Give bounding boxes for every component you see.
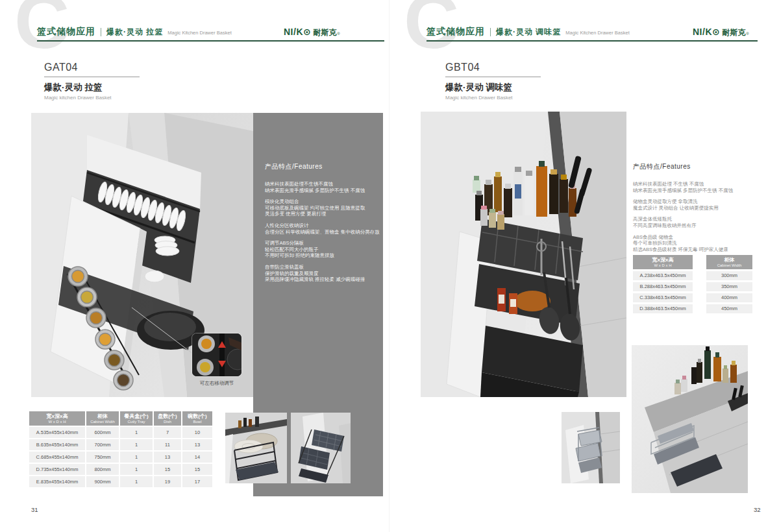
feature-line: 自带防尘滑轨盖板 xyxy=(265,264,377,271)
table-cell: 300mm xyxy=(706,271,752,280)
feature-line: 模块化灵动组合 xyxy=(265,199,377,205)
catalog-spread: C 篮式储物应用 爆款·灵动 拉篮 Magic Kitchen Drawer B… xyxy=(0,0,779,532)
table-header: 宽x深x高 W x D x H xyxy=(29,411,85,426)
table-cell: 800mm xyxy=(86,464,119,475)
table-header: 宽x深x高 W x D x H xyxy=(633,255,693,269)
feature-line: 轻松匹配不同大小的瓶子 xyxy=(265,247,377,253)
header-rule xyxy=(427,40,758,42)
table-cell: 350mm xyxy=(706,282,752,291)
feature-group: 人性化分区收纳设计 合理分区 科学收纳碗碟架、置物盒 集中收纳分类存放 xyxy=(265,223,377,235)
header-product-title: 爆款·灵动 拉篮 xyxy=(106,27,163,38)
table-cell: 750mm xyxy=(86,452,119,463)
table-cell: 13 xyxy=(182,439,212,450)
table-cell: 13 xyxy=(154,452,181,463)
features-title: 产品特点/Features xyxy=(633,162,760,171)
thumbnail-photo-two-tier-basket xyxy=(291,413,351,483)
model-name: 爆款·灵动 调味篮 xyxy=(445,82,541,93)
table-cell: B.288x463.5x450mm xyxy=(633,282,693,291)
page-right: C 篮式储物应用 爆款·灵动 调味篮 Magic Kitchen Drawer … xyxy=(390,0,779,532)
page-header: 篮式储物应用 爆款·灵动 调味篮 Magic Kitchen Drawer Ba… xyxy=(427,26,630,38)
table-cell: C.338x463.5x450mm xyxy=(633,293,693,302)
bottom-product-photo xyxy=(632,345,748,493)
table-header: 柜体 Cabinet Width xyxy=(86,411,119,426)
features-left: 产品特点/Features 纳米科技表面处理不生锈不腐蚀 纳米表面光滑手感细腻 … xyxy=(265,162,377,288)
table-cell: 1 xyxy=(120,452,153,463)
table-cell: 10 xyxy=(182,427,212,438)
table-cell: 19 xyxy=(154,476,181,487)
feature-line: 纳米科技表面处理不生锈不腐蚀 xyxy=(265,181,377,187)
feature-line: 魔盒式设计 灵动组合 让收纳更便捷实用 xyxy=(633,205,760,212)
table-cell: B.635x455x140mm xyxy=(29,439,85,450)
feature-line: 可移动底板及碗碟架 均可独立使用 且随意提取 xyxy=(265,205,377,212)
model-name-en: Magic kitchen Drawer Basket xyxy=(445,95,541,101)
table-header: 盘数(个) Dish xyxy=(154,411,181,426)
table-header: 餐具盒(个) Cutly Tray xyxy=(120,411,153,426)
detail-inset-photo xyxy=(192,333,241,376)
main-photo-illustration xyxy=(421,112,626,397)
brand-logo: NI/K⊙ 耐斯克 ® xyxy=(284,27,340,38)
model-code: GAT04 xyxy=(44,62,140,73)
feature-line: 合理分区 科学收纳碗碟架、置物盒 集中收纳分类存放 xyxy=(265,229,377,236)
feature-line: 人性化分区收纳设计 xyxy=(265,223,377,229)
table-cell: D.735x455x140mm xyxy=(29,464,85,475)
feature-line: 可调节ABS分隔板 xyxy=(265,240,377,247)
header-rule xyxy=(37,40,384,42)
feature-line: 灵活多变 使用方便 更易打理 xyxy=(265,211,377,217)
table-cell: 1 xyxy=(120,439,153,450)
header-divider xyxy=(101,28,101,36)
page-number: 31 xyxy=(31,506,38,513)
page-header: 篮式储物应用 爆款·灵动 拉篮 Magic Kitchen Drawer Bas… xyxy=(37,26,232,38)
model-rule xyxy=(445,77,541,77)
model-rule xyxy=(44,77,140,77)
feature-group: 纳米科技表面处理不生锈不腐蚀 纳米表面光滑手感细腻 多层防护不生锈 不腐蚀 xyxy=(265,181,377,193)
table-cell: 600mm xyxy=(86,427,119,438)
table-cell: 900mm xyxy=(86,476,119,487)
feature-line: 不用时可拆卸 拒绝约束随意摆放 xyxy=(265,252,377,259)
page-left: C 篮式储物应用 爆款·灵动 拉篮 Magic Kitchen Drawer B… xyxy=(0,0,390,532)
spec-table: 宽x深x高 W x D x H 柜体 Cabinet Width A.238x4… xyxy=(633,255,752,313)
feature-line: 每个可单独拆卸清洗 xyxy=(633,240,760,247)
brand-logo: NI/K⊙ 耐斯克 ® xyxy=(693,27,749,38)
table-cell: 7 xyxy=(154,427,181,438)
spec-table: 宽x深x高 W x D x H 柜体 Cabinet Width 餐具盒(个) … xyxy=(29,411,212,487)
feature-group: ABS食品级 储物盒 每个可单独拆卸清洗 精选ABS食品级材质 环保无毒 呵护家… xyxy=(633,234,760,253)
feature-line: 纳米科技表面处理 不生锈 不腐蚀 xyxy=(633,181,760,187)
page-number: 32 xyxy=(754,506,761,513)
page-gutter xyxy=(389,0,390,532)
table-header: 柜体 Cabinet Width xyxy=(706,255,752,269)
table-cell: 17 xyxy=(182,476,212,487)
brand-logo-cn: 耐斯克 xyxy=(722,27,745,38)
table-cell: 1 xyxy=(120,464,153,475)
table-cell: 450mm xyxy=(706,304,752,313)
thumbnail-photo-towel-basket xyxy=(225,413,287,483)
feature-line: ABS食品级 储物盒 xyxy=(633,234,760,241)
table-cell: D.388x463.5x450mm xyxy=(633,304,693,313)
features-right: 产品特点/Features 纳米科技表面处理 不生锈 不腐蚀 纳米表面光滑手感细… xyxy=(633,162,760,258)
brand-logo-reg: ® xyxy=(337,32,340,36)
table-cell: 1 xyxy=(120,427,153,438)
table-cell: C.685x455x140mm xyxy=(29,452,85,463)
table-cell: 15 xyxy=(154,464,181,475)
table-cell: A.535x455x140mm xyxy=(29,427,85,438)
header-product-title: 爆款·灵动 调味篮 xyxy=(496,27,561,38)
detail-inset-illustration xyxy=(192,333,241,376)
table-cell: 700mm xyxy=(86,439,119,450)
table-cell: 1 xyxy=(120,476,153,487)
table-cell: 14 xyxy=(182,452,212,463)
header-product-title-en: Magic Kitchen Drawer Basket xyxy=(167,30,231,36)
brand-logo-latin: NI/K⊙ xyxy=(284,27,311,37)
header-section-title: 篮式储物应用 xyxy=(37,26,95,38)
feature-line: 不同高度调味瓶收纳井然有序 xyxy=(633,223,760,229)
feature-line: 保护滑轨的载重及顺滑度 xyxy=(265,271,377,277)
model-block: GBT04 爆款·灵动 调味篮 Magic kitchen Drawer Bas… xyxy=(445,62,541,101)
feature-line: 储物盒灵动提取方便 拿取清洗 xyxy=(633,199,760,205)
feature-group: 纳米科技表面处理 不生锈 不腐蚀 纳米表面光滑手感细腻 多层防护不生锈 不腐蚀 xyxy=(633,181,760,193)
header-product-title-en: Magic Kitchen Drawer Basket xyxy=(565,30,629,36)
feature-group: 自带防尘滑轨盖板 保护滑轨的载重及顺滑度 采用品牌缓冲隐藏滑轨 推拉轻柔 减少碗… xyxy=(265,264,377,283)
table-header: 碗数(个) Bowl xyxy=(182,411,212,426)
feature-group: 储物盒灵动提取方便 拿取清洗 魔盒式设计 灵动组合 让收纳更便捷实用 xyxy=(633,199,760,211)
feature-line: 精选ABS食品级材质 环保无毒 呵护家人健康 xyxy=(633,247,760,253)
features-title: 产品特点/Features xyxy=(265,162,377,171)
feature-line: 高深盒体低矮瓶托 xyxy=(633,216,760,223)
model-code: GBT04 xyxy=(445,62,541,73)
